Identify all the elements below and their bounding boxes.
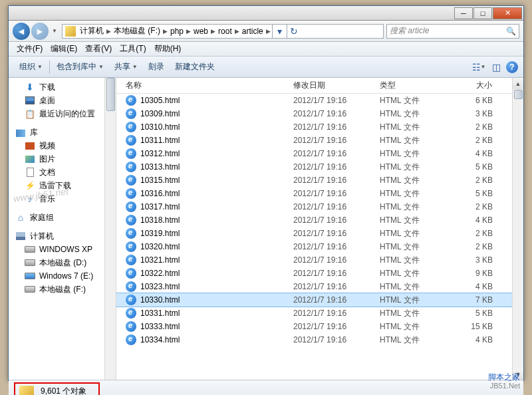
maximize-button[interactable]: □ (473, 7, 492, 19)
menu-tools[interactable]: 工具(T) (116, 42, 150, 56)
drive-icon (25, 257, 35, 268)
sidebar-item-recent[interactable]: 📋最近访问的位置 (9, 107, 105, 120)
sidebar-scrollbar[interactable] (104, 78, 116, 380)
burn-button[interactable]: 刻录 (143, 59, 170, 75)
refresh-button[interactable]: ↻ (287, 24, 301, 39)
sidebar-item-drive-d[interactable]: 本地磁盘 (D:) (9, 256, 105, 269)
sidebar-item-drive-c[interactable]: WINDOWS XP (9, 243, 105, 256)
brand-footer: 脚本之家JB51.Net (488, 373, 520, 390)
new-folder-button[interactable]: 新建文件夹 (170, 59, 220, 75)
file-row[interactable]: 10320.html2012/1/7 19:16HTML 文件2 KB (116, 240, 523, 253)
history-dropdown[interactable]: ▼ (50, 28, 59, 34)
file-type-cell: HTML 文件 (374, 95, 454, 106)
file-row[interactable]: 10305.html2012/1/7 19:16HTML 文件6 KB (116, 94, 523, 107)
separator (49, 61, 50, 74)
breadcrumb[interactable]: 本地磁盘 (F:) (112, 25, 162, 37)
scrollbar-thumb[interactable] (106, 78, 115, 111)
html-file-icon (126, 148, 136, 159)
chevron-right-icon[interactable]: ▶ (209, 28, 217, 35)
file-row[interactable]: 10319.html2012/1/7 19:16HTML 文件2 KB (116, 227, 523, 240)
breadcrumb[interactable]: php (169, 27, 185, 36)
file-row[interactable]: 10318.html2012/1/7 19:16HTML 文件4 KB (116, 213, 523, 227)
chevron-right-icon[interactable]: ▶ (105, 28, 112, 35)
menu-file[interactable]: 文件(F) (13, 42, 47, 56)
scroll-up-button[interactable]: ▲ (513, 78, 523, 89)
organize-button[interactable]: 组织▼ (14, 59, 48, 75)
file-row[interactable]: 10315.html2012/1/7 19:16HTML 文件2 KB (116, 174, 523, 187)
forward-button[interactable]: ► (31, 23, 49, 40)
file-date-cell: 2012/1/7 19:16 (288, 162, 374, 172)
breadcrumb[interactable]: 计算机 (78, 25, 105, 37)
file-scrollbar[interactable]: ▲ ▼ (512, 78, 523, 380)
sidebar-item-video[interactable]: 视频 (9, 139, 105, 152)
file-date-cell: 2012/1/7 19:16 (288, 96, 374, 105)
help-button[interactable]: ? (506, 61, 518, 73)
file-row[interactable]: 10323.html2012/1/7 19:16HTML 文件4 KB (116, 280, 523, 293)
file-row[interactable]: 10316.html2012/1/7 19:16HTML 文件5 KB (116, 187, 523, 200)
file-row[interactable]: 10310.html2012/1/7 19:16HTML 文件2 KB (116, 120, 523, 134)
file-row[interactable]: 10330.html2012/1/7 19:16HTML 文件7 KB (116, 293, 523, 307)
file-row[interactable]: 10312.html2012/1/7 19:16HTML 文件4 KB (116, 147, 523, 160)
sidebar-item-homegroup[interactable]: ⌂家庭组 (9, 211, 105, 224)
breadcrumb[interactable]: article (241, 27, 265, 36)
include-in-library-button[interactable]: 包含到库中▼ (51, 59, 109, 75)
search-icon[interactable]: 🔍 (506, 27, 516, 36)
column-header-date[interactable]: 修改日期 (288, 78, 374, 93)
sidebar-item-downloads[interactable]: ⬇下载 (9, 80, 105, 94)
file-row[interactable]: 10333.html2012/1/7 19:16HTML 文件15 KB (116, 320, 523, 333)
column-header-name[interactable]: 名称 (120, 78, 288, 93)
file-row[interactable]: 10317.html2012/1/7 19:16HTML 文件2 KB (116, 200, 523, 213)
breadcrumb[interactable]: web (192, 27, 209, 36)
sidebar-item-drive-e[interactable]: Windows 7 (E:) (9, 269, 105, 283)
file-row[interactable]: 10311.html2012/1/7 19:16HTML 文件2 KB (116, 134, 523, 147)
menu-view[interactable]: 查看(V) (81, 42, 116, 56)
column-header-size[interactable]: 大小 (454, 78, 498, 93)
minimize-button[interactable]: ─ (454, 7, 473, 19)
file-size-cell: 4 KB (454, 215, 498, 225)
chevron-right-icon[interactable]: ▶ (233, 28, 241, 35)
desktop-icon (25, 95, 35, 106)
breadcrumb[interactable]: root (217, 27, 233, 36)
address-dropdown[interactable]: ▾ (272, 24, 287, 39)
file-row[interactable]: 10331.html2012/1/7 19:16HTML 文件5 KB (116, 307, 523, 320)
sidebar-item-libraries[interactable]: 库 (9, 126, 105, 139)
view-options-button[interactable]: ☷ ▼ (471, 61, 486, 74)
file-size-cell: 2 KB (454, 122, 498, 132)
file-row[interactable]: 10334.html2012/1/7 19:16HTML 文件4 KB (116, 333, 523, 346)
html-file-icon (126, 334, 136, 345)
column-header-type[interactable]: 类型 (374, 78, 454, 93)
close-button[interactable]: ✕ (493, 7, 522, 19)
search-input[interactable]: 搜索 article 🔍 (386, 24, 519, 39)
file-size-cell: 3 KB (454, 109, 498, 118)
share-button[interactable]: 共享▼ (109, 59, 143, 75)
back-button[interactable]: ◄ (13, 23, 30, 40)
sidebar-item-music[interactable]: ♪音乐 (9, 192, 105, 205)
sidebar-item-thunder[interactable]: ⚡迅雷下载 (9, 179, 105, 192)
file-type-cell: HTML 文件 (374, 215, 454, 226)
file-row[interactable]: 10321.html2012/1/7 19:16HTML 文件3 KB (116, 253, 523, 267)
file-date-cell: 2012/1/7 19:16 (288, 282, 374, 291)
file-name-cell: 10309.html (120, 108, 288, 119)
file-row[interactable]: 10309.html2012/1/7 19:16HTML 文件3 KB (116, 107, 523, 120)
preview-pane-button[interactable]: ◫ (489, 61, 503, 74)
sidebar-item-pictures[interactable]: 图片 (9, 152, 105, 166)
chevron-right-icon[interactable]: ▶ (162, 28, 169, 35)
file-date-cell: 2012/1/7 19:16 (288, 242, 374, 251)
titlebar[interactable]: ─ □ ✕ (9, 6, 523, 21)
sidebar-item-computer[interactable]: 计算机 (9, 229, 105, 243)
chevron-right-icon[interactable]: ▶ (185, 28, 192, 35)
file-list[interactable]: 10305.html2012/1/7 19:16HTML 文件6 KB10309… (116, 94, 523, 380)
file-date-cell: 2012/1/7 19:16 (288, 255, 374, 265)
file-name-cell: 10334.html (120, 334, 288, 345)
sidebar-item-documents[interactable]: 文档 (9, 166, 105, 179)
menu-help[interactable]: 帮助(H) (150, 42, 186, 56)
file-row[interactable]: 10322.html2012/1/7 19:16HTML 文件9 KB (116, 267, 523, 280)
scrollbar-thumb[interactable] (514, 90, 523, 99)
sidebar-item-desktop[interactable]: 桌面 (9, 94, 105, 107)
sidebar-item-drive-f[interactable]: 本地磁盘 (F:) (9, 283, 105, 296)
file-row[interactable]: 10313.html2012/1/7 19:16HTML 文件5 KB (116, 160, 523, 174)
address-bar[interactable]: 计算机▶ 本地磁盘 (F:)▶ php▶ web▶ root▶ article▶… (62, 24, 384, 39)
chevron-right-icon[interactable]: ▶ (265, 28, 272, 35)
menu-edit[interactable]: 编辑(E) (47, 42, 81, 56)
file-size-cell: 2 KB (454, 242, 498, 251)
